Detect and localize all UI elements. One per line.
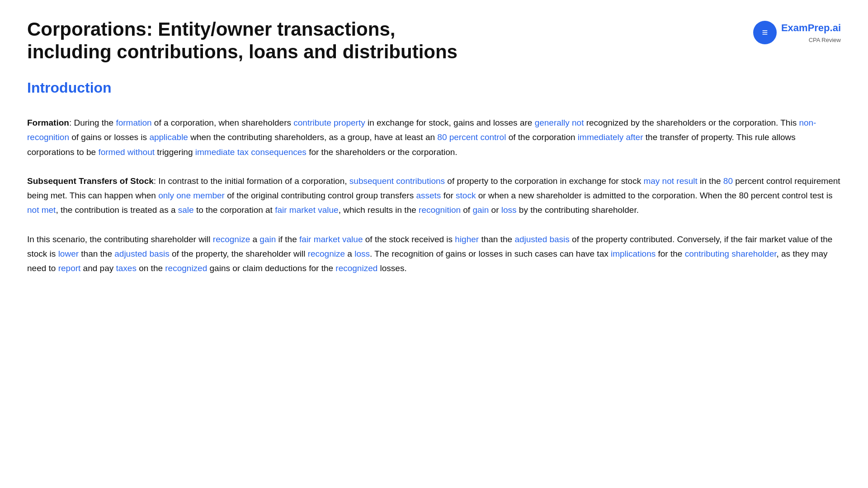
link-only-one-member[interactable]: only one member [158, 191, 225, 200]
link-implications[interactable]: implications [611, 249, 656, 258]
link-gain[interactable]: gain [472, 205, 489, 215]
link-fair-market-value-2[interactable]: fair market value [299, 235, 363, 244]
title-line1: Corporations: Entity/owner transactions, [27, 19, 395, 40]
link-loss-2[interactable]: loss [354, 249, 370, 258]
section-heading: Introduction [27, 76, 841, 99]
link-assets[interactable]: assets [416, 191, 441, 200]
link-80-percent-control[interactable]: 80 percent control [437, 132, 506, 142]
content-area: Formation: During the formation of a cor… [27, 116, 841, 276]
link-immediately-after[interactable]: immediately after [578, 132, 643, 142]
link-may-not-result[interactable]: may not result [643, 176, 697, 186]
link-contribute-property[interactable]: contribute property [293, 118, 365, 127]
paragraph-formation: Formation: During the formation of a cor… [27, 116, 841, 160]
link-report[interactable]: report [58, 263, 81, 273]
page-title: Corporations: Entity/owner transactions,… [27, 18, 458, 64]
link-recognition[interactable]: recognition [419, 205, 461, 215]
brand-icon: ≡ [753, 21, 777, 44]
term-subsequent: Subsequent Transfers of Stock [27, 176, 154, 186]
link-sale[interactable]: sale [178, 205, 194, 215]
link-recognize-1[interactable]: recognize [213, 235, 250, 244]
link-generally-not[interactable]: generally not [535, 118, 584, 127]
paragraph-scenario: In this scenario, the contributing share… [27, 232, 841, 276]
link-immediate-tax-consequences[interactable]: immediate tax consequences [195, 147, 307, 157]
link-higher[interactable]: higher [455, 235, 479, 244]
header-section: Corporations: Entity/owner transactions,… [27, 18, 841, 64]
text-formation: : During the [69, 118, 116, 127]
brand-sub: CPA Review [781, 36, 841, 45]
link-recognized-1[interactable]: recognized [165, 263, 207, 273]
brand-name: ExamPrep.ai [781, 20, 841, 36]
link-applicable[interactable]: applicable [149, 132, 188, 142]
brand-icon-symbol: ≡ [762, 24, 768, 40]
link-formed-without[interactable]: formed without [98, 147, 155, 157]
link-not-met[interactable]: not met [27, 205, 56, 215]
brand-text: ExamPrep.ai CPA Review [781, 20, 841, 45]
link-formation[interactable]: formation [116, 118, 151, 127]
link-gain-2[interactable]: gain [259, 235, 276, 244]
title-line2: including contributions, loans and distr… [27, 41, 458, 62]
link-taxes[interactable]: taxes [116, 263, 136, 273]
link-adjusted-basis-2[interactable]: adjusted basis [114, 249, 169, 258]
link-fair-market-value[interactable]: fair market value [275, 205, 338, 215]
link-contributing-shareholder[interactable]: contributing shareholder [685, 249, 777, 258]
link-subsequent-contributions[interactable]: subsequent contributions [349, 176, 445, 186]
brand-logo: ≡ ExamPrep.ai CPA Review [753, 20, 841, 45]
term-formation: Formation [27, 118, 69, 127]
link-recognized-2[interactable]: recognized [335, 263, 377, 273]
link-recognize-2[interactable]: recognize [308, 249, 345, 258]
link-lower[interactable]: lower [58, 249, 79, 258]
link-loss[interactable]: loss [501, 205, 517, 215]
link-stock[interactable]: stock [456, 191, 476, 200]
link-80[interactable]: 80 [723, 176, 733, 186]
paragraph-subsequent: Subsequent Transfers of Stock: In contra… [27, 174, 841, 218]
link-adjusted-basis-1[interactable]: adjusted basis [514, 235, 569, 244]
